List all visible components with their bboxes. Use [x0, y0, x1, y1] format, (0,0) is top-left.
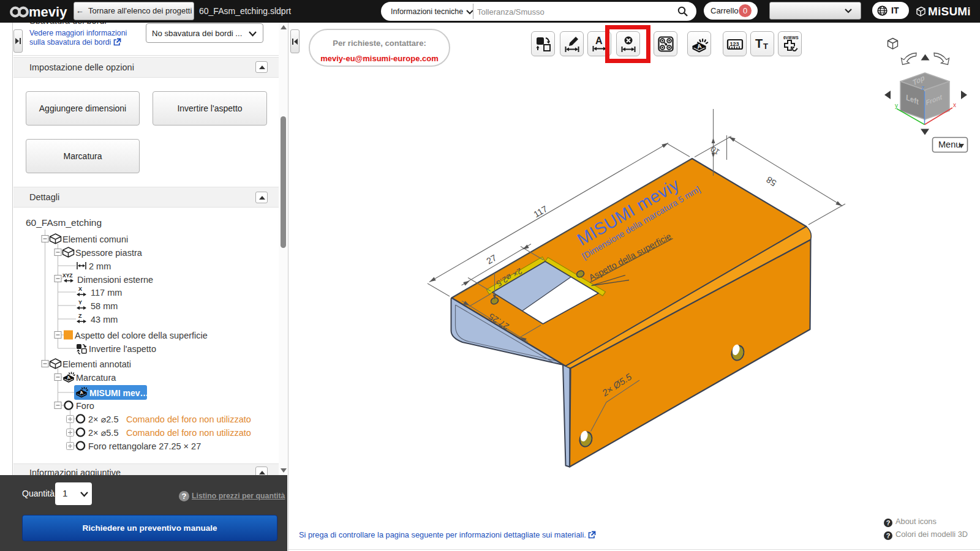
svg-text:meviy: meviy: [29, 4, 67, 20]
svg-text:Elementi annotati: Elementi annotati: [62, 359, 131, 369]
svg-text:Z: Z: [78, 313, 82, 319]
svg-text:10: 10: [709, 144, 721, 157]
svg-text:60_FAsm_etching: 60_FAsm_etching: [26, 217, 102, 228]
svg-text:Comando del foro non utilizzat: Comando del foro non utilizzato: [126, 428, 251, 438]
svg-text:XYZ: XYZ: [62, 272, 73, 279]
svg-text:Elementi comuni: Elementi comuni: [62, 234, 128, 244]
svg-text:A: A: [595, 36, 603, 46]
svg-text:58 mm: 58 mm: [91, 301, 118, 311]
svg-text:Invertire l'aspetto: Invertire l'aspetto: [89, 344, 156, 354]
svg-text:z: z: [921, 84, 924, 91]
svg-text:Menu: Menu: [938, 140, 960, 149]
svg-text:2× ⌀2.5: 2× ⌀2.5: [88, 414, 118, 424]
svg-text:2 mm: 2 mm: [89, 261, 111, 271]
svg-text:Aspetto del colore della super: Aspetto del colore della superficie: [75, 331, 208, 340]
svg-text:y: y: [895, 102, 898, 109]
svg-text:Marcatura: Marcatura: [76, 373, 116, 383]
svg-text:Foro: Foro: [76, 401, 94, 411]
svg-text:MISUMI mev…: MISUMI mev…: [89, 388, 148, 398]
svg-text:T: T: [763, 42, 768, 51]
svg-text:Comando del foro non utilizzat: Comando del foro non utilizzato: [126, 414, 251, 424]
svg-text:Spessore piastra: Spessore piastra: [75, 248, 143, 258]
svg-text:58: 58: [764, 174, 778, 188]
svg-text:Dimensioni esterne: Dimensioni esterne: [77, 275, 153, 285]
svg-text:123: 123: [729, 40, 739, 47]
svg-text:T: T: [755, 37, 763, 50]
svg-text:117 mm: 117 mm: [91, 288, 122, 298]
svg-text:2× ⌀5.5: 2× ⌀5.5: [88, 428, 118, 438]
svg-text:Foro rettangolare 27.25 × 27: Foro rettangolare 27.25 × 27: [88, 441, 201, 451]
svg-text:43 mm: 43 mm: [91, 315, 118, 324]
svg-text:6VIEWS: 6VIEWS: [783, 36, 799, 40]
svg-text:X: X: [78, 286, 82, 292]
svg-text:x: x: [953, 102, 956, 108]
svg-text:117: 117: [532, 204, 549, 219]
svg-text:Y: Y: [78, 299, 82, 305]
svg-text:27: 27: [484, 253, 498, 266]
